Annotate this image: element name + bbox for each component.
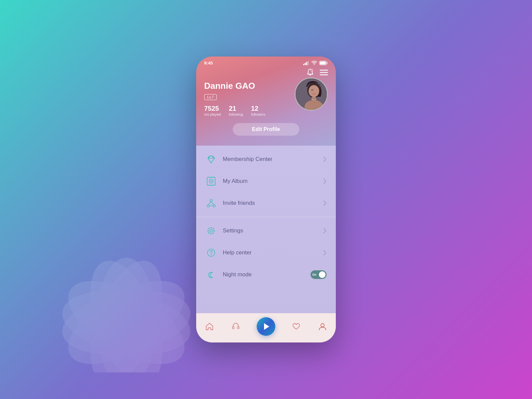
level-badge: Lv.7 <box>204 94 217 100</box>
edit-profile-button[interactable]: Edit Profile <box>233 123 299 136</box>
menu-icon <box>320 69 328 75</box>
menu-item-membership[interactable]: Membership Center <box>196 148 336 170</box>
lotus-decoration <box>27 173 226 372</box>
chevron-right-icon <box>323 156 327 162</box>
nav-play-button[interactable] <box>257 317 275 336</box>
chevron-right-icon <box>323 250 327 256</box>
toggle-knob <box>319 271 326 278</box>
svg-rect-10 <box>308 61 309 65</box>
stat-followers: 12 followers <box>251 105 265 116</box>
status-bar: 9:45 <box>196 57 336 68</box>
diamond-icon <box>205 154 217 165</box>
settings-label: Settings <box>223 227 317 234</box>
night-mode-toggle[interactable]: On <box>311 270 327 279</box>
toggle-on-label: On <box>312 273 317 276</box>
ms-played-label: ms played <box>204 112 221 116</box>
profile-section: 9:45 <box>196 57 336 146</box>
help-label: Help center <box>223 249 317 256</box>
svg-point-14 <box>311 69 313 71</box>
svg-point-24 <box>309 85 319 97</box>
chevron-right-icon <box>323 200 327 206</box>
membership-label: Membership Center <box>223 156 317 163</box>
ms-played-number: 7525 <box>204 105 221 112</box>
stats-row: 7525 ms played 21 following 12 followers <box>204 105 295 116</box>
notification-button[interactable] <box>306 68 315 77</box>
followers-number: 12 <box>251 105 265 112</box>
chevron-right-icon <box>323 228 327 234</box>
profile-info: Dannie GAO Lv.7 7525 ms played 21 follow… <box>196 81 336 116</box>
avatar <box>295 77 328 111</box>
svg-point-11 <box>314 64 315 65</box>
bell-icon <box>306 68 315 77</box>
avatar-image <box>296 78 327 110</box>
headphones-icon <box>231 322 240 331</box>
play-triangle-icon <box>264 323 269 330</box>
svg-rect-8 <box>305 63 306 65</box>
wifi-icon <box>311 61 317 65</box>
nav-profile-button[interactable] <box>317 321 328 332</box>
stat-ms-played: 7525 ms played <box>204 105 221 116</box>
invite-label: Invite friends <box>223 200 317 206</box>
followers-label: followers <box>251 112 265 116</box>
svg-rect-9 <box>306 62 307 65</box>
svg-point-40 <box>321 324 324 327</box>
signal-icon <box>303 61 309 65</box>
chevron-right-icon <box>323 178 327 184</box>
heart-icon <box>292 322 301 331</box>
person-icon <box>318 322 327 331</box>
status-time: 9:45 <box>204 61 213 66</box>
nav-favorites-button[interactable] <box>291 321 302 332</box>
following-label: following <box>229 112 243 116</box>
hamburger-button[interactable] <box>320 69 328 75</box>
following-number: 21 <box>229 105 243 112</box>
nav-listen-button[interactable] <box>230 321 241 332</box>
status-icons <box>303 61 328 65</box>
svg-rect-13 <box>320 62 326 65</box>
album-label: My Album <box>223 178 317 185</box>
svg-rect-7 <box>303 64 304 65</box>
night-mode-label: Night mode <box>223 271 305 278</box>
user-name: Dannie GAO <box>204 81 295 91</box>
profile-text: Dannie GAO Lv.7 7525 ms played 21 follow… <box>204 81 295 116</box>
stat-following: 21 following <box>229 105 243 116</box>
battery-icon <box>319 61 328 65</box>
